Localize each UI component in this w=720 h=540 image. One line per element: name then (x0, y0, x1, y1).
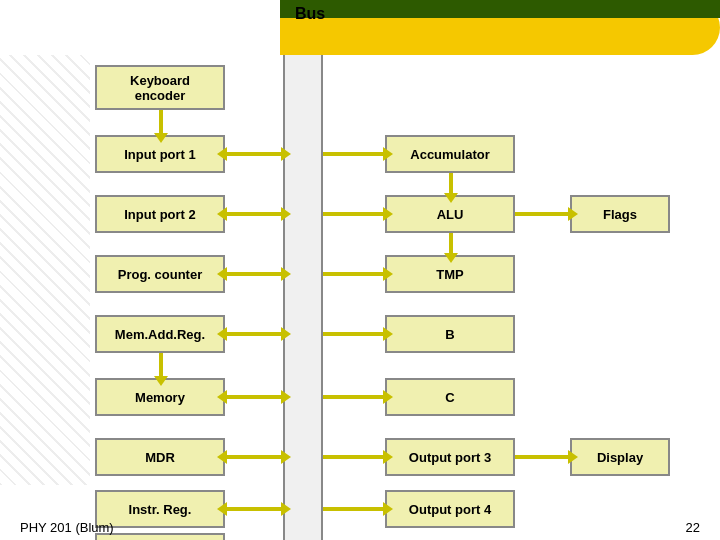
keyboard-encoder-box: Keyboard encoder (95, 65, 225, 110)
memory-to-bus-arrow (225, 395, 283, 399)
mem-add-reg-box: Mem.Add.Reg. (95, 315, 225, 353)
bus-to-accumulator-arrow (323, 152, 385, 156)
footer-left: PHY 201 (Blum) (20, 520, 114, 535)
footer-right: 22 (686, 520, 700, 535)
top-banner (0, 0, 720, 55)
diagram: Keyboard encoder Input port 1 Accumulato… (0, 55, 720, 540)
input2-to-bus-arrow (225, 212, 283, 216)
instrreg-to-bus-arrow (225, 507, 283, 511)
output-port-3-box: Output port 3 (385, 438, 515, 476)
memaddreg-to-memory-arrow (159, 353, 163, 378)
memaddreg-to-bus-arrow (225, 332, 283, 336)
accumulator-box: Accumulator (385, 135, 515, 173)
mdr-to-bus-arrow (225, 455, 283, 459)
b-box: B (385, 315, 515, 353)
bus-to-tmp-arrow (323, 272, 385, 276)
banner-green (280, 0, 720, 18)
alu-to-tmp-arrow (449, 233, 453, 255)
display-box: Display (570, 438, 670, 476)
mdr-box: MDR (95, 438, 225, 476)
bus-label: Bus (295, 5, 325, 23)
bus-to-output4-arrow (323, 507, 385, 511)
output3-to-display-arrow (515, 455, 570, 459)
alu-to-flags-arrow (515, 212, 570, 216)
footer: PHY 201 (Blum) 22 (0, 520, 720, 535)
bus-to-b-arrow (323, 332, 385, 336)
keyboard-to-input1-arrow (159, 110, 163, 135)
input1-to-bus-arrow (225, 152, 283, 156)
prog-counter-box: Prog. counter (95, 255, 225, 293)
input-port-2-box: Input port 2 (95, 195, 225, 233)
accumulator-to-alu-arrow (449, 173, 453, 195)
progcounter-to-bus-arrow (225, 272, 283, 276)
bus-to-alu-arrow (323, 212, 385, 216)
bus-to-output3-arrow (323, 455, 385, 459)
flags-box: Flags (570, 195, 670, 233)
bus-bar (283, 55, 323, 540)
c-box: C (385, 378, 515, 416)
bus-to-c-arrow (323, 395, 385, 399)
